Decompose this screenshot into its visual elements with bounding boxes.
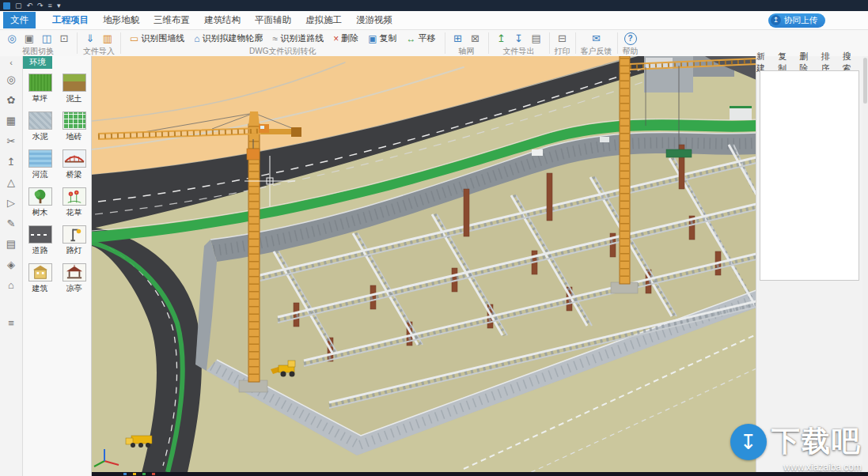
help-button[interactable]: ? — [624, 32, 637, 45]
group-label-file-import: 文件导入 — [83, 47, 115, 55]
group-help: ? 帮助 — [620, 30, 641, 56]
scheme-list[interactable] — [760, 70, 859, 281]
library-tool-icon[interactable]: ▤ — [0, 233, 22, 254]
tab-plane-assist[interactable]: 平面辅助 — [248, 12, 298, 28]
taskbar-icon[interactable] — [123, 473, 127, 475]
undo-icon[interactable]: ↶ — [27, 2, 33, 9]
titlebar: ▢ ↶ ↷ ≡ ▾ — [0, 0, 868, 11]
tile-texture-icon — [63, 111, 86, 130]
upload-button-label: 协同上传 — [784, 15, 817, 26]
xiazaiba-logo-icon: ↧ — [730, 424, 767, 460]
import-file-button[interactable]: ⇓ — [82, 31, 98, 47]
watermark: ↧ 下载吧 www.xiazaiba.com — [730, 422, 862, 473]
group-label-dwg: DWG文件识别转化 — [249, 47, 316, 55]
tab-3d-layout[interactable]: 三维布置 — [146, 12, 197, 28]
export-image-button[interactable]: ↥ — [494, 31, 510, 47]
play-tool-icon[interactable]: ▷ — [0, 192, 22, 213]
btn-recognize-road-line[interactable]: ≈ 识别道路线 — [269, 31, 328, 46]
material-tree[interactable]: 树木 — [23, 187, 57, 218]
wall-line-icon: ▭ — [130, 33, 138, 44]
btn-recognize-wall-line[interactable]: ▭ 识别围墙线 — [126, 31, 188, 46]
tab-roaming-video[interactable]: 漫游视频 — [349, 12, 400, 28]
soil-texture-icon — [63, 74, 86, 92]
group-label-print: 打印 — [555, 47, 570, 55]
taskbar-icon[interactable] — [152, 473, 155, 475]
tab-terrain[interactable]: 地形地貌 — [96, 12, 146, 28]
environment-panel-header: 环境 — [23, 56, 91, 69]
flower-icon — [63, 187, 86, 206]
material-soil[interactable]: 泥土 — [57, 74, 91, 104]
material-river[interactable]: 河流 — [23, 149, 57, 180]
axis-grid-create-button[interactable]: ⊞ — [450, 31, 466, 47]
material-tool-icon[interactable]: ▦ — [0, 110, 22, 130]
file-menu-button[interactable]: 文件 — [3, 12, 36, 28]
ribbon-divider — [617, 32, 618, 54]
building-tool-icon[interactable]: ⌂ — [0, 274, 22, 295]
material-bridge[interactable]: 桥梁 — [57, 149, 91, 180]
material-building[interactable]: 建筑 — [23, 263, 57, 294]
ribbon-divider — [575, 32, 576, 54]
import-folder-button[interactable]: ▥ — [100, 31, 116, 47]
btn-recognize-building-outline[interactable]: ⌂ 识别拟建物轮廓 — [190, 31, 267, 46]
list-tool-icon[interactable]: ≡ — [0, 312, 22, 333]
ribbon-divider — [77, 32, 78, 54]
group-label-axis-grid: 轴网 — [459, 47, 475, 55]
right-panel-scrollbar[interactable] — [862, 56, 868, 476]
ribbon-divider — [120, 32, 121, 54]
titlebar-dropdown-icon[interactable]: ▾ — [57, 2, 61, 9]
tab-engineering-project[interactable]: 工程项目 — [45, 12, 96, 28]
viewport-3d[interactable] — [92, 56, 756, 476]
material-pavilion[interactable]: 凉亭 — [57, 263, 91, 294]
btn-copy[interactable]: ▣ 复制 — [364, 31, 400, 46]
viewport-canvas[interactable] — [92, 56, 756, 476]
material-streetlamp[interactable]: 路灯 — [57, 225, 91, 256]
export-file-button[interactable]: ↧ — [511, 31, 527, 47]
tab-building-structure[interactable]: 建筑结构 — [197, 12, 248, 28]
tab-virtual-construction[interactable]: 虚拟施工 — [298, 12, 349, 28]
left-icon-toolbar: ‹ ◎ ✿ ▦ ✂ ↥ △ ▷ ✎ ▤ ◈ ⌂ ≡ — [0, 56, 23, 476]
menu-icon[interactable]: ≡ — [48, 2, 52, 9]
axis-grid-manage-button[interactable]: ⊠ — [468, 31, 483, 47]
material-lawn[interactable]: 草坪 — [23, 74, 57, 104]
road-texture-icon — [28, 225, 52, 244]
btn-pan[interactable]: ↔ 平移 — [403, 31, 440, 46]
component-tool-icon[interactable]: ◈ — [0, 254, 22, 274]
view-orbit-button[interactable]: ◎ — [4, 31, 20, 47]
view-fit-button[interactable]: ⊡ — [56, 31, 72, 47]
btn-delete[interactable]: × 删除 — [329, 31, 362, 46]
lift-tool-icon[interactable]: ↥ — [0, 151, 22, 172]
material-road[interactable]: 道路 — [23, 225, 57, 256]
environment-tool-icon[interactable]: ◎ — [0, 69, 22, 89]
redo-icon[interactable]: ↷ — [37, 2, 44, 9]
application-window: ▢ ↶ ↷ ≡ ▾ 文件 工程项目 地形地貌 三维布置 建筑结构 平面辅助 虚拟… — [0, 0, 868, 476]
building-icon — [28, 263, 52, 281]
ribbon-divider — [445, 32, 445, 54]
view-split-button[interactable]: ◫ — [39, 31, 55, 47]
material-tile[interactable]: 地砖 — [57, 111, 91, 142]
ribbon-divider — [488, 32, 489, 54]
environment-material-grid: 草坪 泥土 水泥 地砖 河流 桥梁 — [23, 69, 91, 294]
cut-tool-icon[interactable]: ✂ — [0, 130, 22, 151]
export-report-button[interactable]: ▤ — [529, 31, 544, 47]
cloud-upload-button[interactable]: ↥ 协同上传 — [768, 13, 825, 28]
scrollbar-thumb[interactable] — [863, 58, 867, 104]
edit-tool-icon[interactable]: ✎ — [0, 213, 22, 233]
taskbar-icon[interactable] — [133, 473, 136, 475]
plant-tool-icon[interactable]: ✿ — [0, 89, 22, 110]
collapse-panel-icon[interactable]: ‹ — [9, 56, 13, 69]
print-button[interactable]: ⊟ — [555, 31, 570, 47]
pavilion-icon — [63, 263, 86, 281]
menu-bar: 文件 工程项目 地形地貌 三维布置 建筑结构 平面辅助 虚拟施工 漫游视频 ↥ … — [0, 11, 868, 30]
material-flower[interactable]: 花草 — [57, 187, 91, 218]
right-panel-toolbar: 新建 复制 删除 排序 搜索 — [756, 56, 868, 69]
view-top-button[interactable]: ▣ — [21, 31, 37, 47]
terrain-tool-icon[interactable]: △ — [0, 172, 22, 192]
feedback-button[interactable]: ✉ — [589, 31, 605, 47]
taskbar-icon[interactable] — [142, 473, 146, 475]
group-label-file-export: 文件导出 — [503, 47, 535, 55]
right-list-panel: 新建 复制 删除 排序 搜索 — [756, 56, 868, 476]
save-icon[interactable]: ▢ — [15, 2, 22, 9]
material-cement[interactable]: 水泥 — [23, 111, 57, 142]
tree-icon — [28, 187, 52, 206]
group-label-feedback: 客户反馈 — [581, 47, 612, 55]
